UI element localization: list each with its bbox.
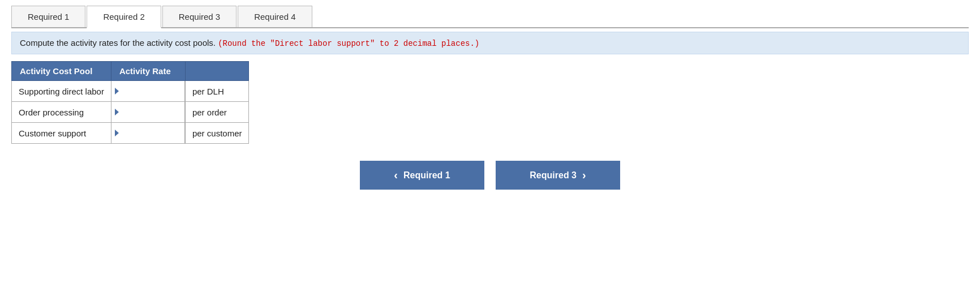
rate-input-1[interactable] bbox=[111, 81, 185, 101]
rate-cell-3 bbox=[111, 123, 185, 144]
prev-button[interactable]: Required 1 bbox=[360, 161, 484, 190]
banner-note-text: (Round the "Direct labor support" to 2 d… bbox=[218, 39, 479, 48]
next-button[interactable]: Required 3 bbox=[496, 161, 620, 190]
col-header-pool: Activity Cost Pool bbox=[12, 62, 111, 81]
tab-required-4[interactable]: Required 4 bbox=[238, 6, 312, 27]
rate-input-wrapper-2 bbox=[111, 102, 185, 122]
chevron-left-icon bbox=[394, 169, 398, 182]
chevron-right-icon bbox=[582, 169, 586, 182]
col-header-rate: Activity Rate bbox=[111, 62, 185, 81]
info-banner: Compute the activity rates for the activ… bbox=[11, 32, 969, 54]
tabs-container: Required 1 Required 2 Required 3 Require… bbox=[11, 6, 969, 28]
tab-required-3[interactable]: Required 3 bbox=[162, 6, 237, 27]
table-row: Supporting direct labor per DLH bbox=[12, 81, 249, 102]
rate-input-wrapper-1 bbox=[111, 81, 185, 101]
rate-cell-2 bbox=[111, 102, 185, 123]
pool-name-3: Customer support bbox=[12, 123, 111, 144]
next-button-label: Required 3 bbox=[530, 170, 577, 181]
col-header-empty bbox=[185, 62, 249, 81]
banner-main-text: Compute the activity rates for the activ… bbox=[20, 38, 216, 48]
rate-input-2[interactable] bbox=[111, 102, 185, 122]
table-row: Order processing per order bbox=[12, 102, 249, 123]
unit-2: per order bbox=[185, 102, 249, 123]
prev-button-label: Required 1 bbox=[403, 170, 450, 181]
pool-name-2: Order processing bbox=[12, 102, 111, 123]
table-row: Customer support per customer bbox=[12, 123, 249, 144]
rate-input-wrapper-3 bbox=[111, 123, 185, 143]
unit-3: per customer bbox=[185, 123, 249, 144]
tab-required-2[interactable]: Required 2 bbox=[87, 6, 161, 28]
rate-input-3[interactable] bbox=[111, 123, 185, 143]
rate-cell-1 bbox=[111, 81, 185, 102]
unit-1: per DLH bbox=[185, 81, 249, 102]
page-wrapper: Required 1 Required 2 Required 3 Require… bbox=[0, 0, 980, 283]
nav-buttons: Required 1 Required 3 bbox=[11, 161, 969, 190]
tab-required-1[interactable]: Required 1 bbox=[11, 6, 85, 27]
pool-name-1: Supporting direct labor bbox=[12, 81, 111, 102]
activity-cost-pool-table: Activity Cost Pool Activity Rate Support… bbox=[11, 61, 249, 144]
